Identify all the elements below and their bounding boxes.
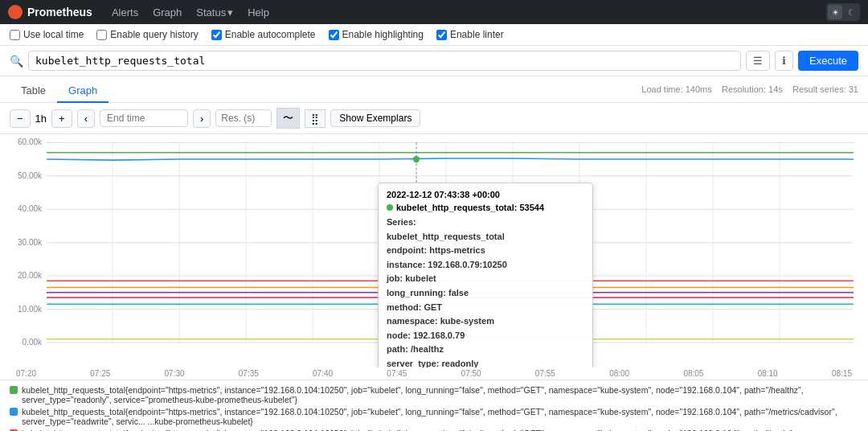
nav-graph[interactable]: Graph [146,3,188,22]
navbar: Prometheus Alerts Graph Status ▾ Help ☀ … [0,0,868,24]
highlighting-checkbox[interactable] [329,30,339,40]
nav-help[interactable]: Help [241,3,276,22]
svg-text:10.00k: 10.00k [18,304,43,313]
nav-links: Alerts Graph Status ▾ Help [105,3,276,22]
use-local-time-checkbox[interactable] [10,30,20,40]
nav-status[interactable]: Status ▾ [190,3,240,22]
tab-graph[interactable]: Graph [57,80,108,103]
xaxis-labels: 07:20 07:25 07:30 07:35 07:40 07:45 07:5… [0,367,868,380]
xaxis-label-1: 07:25 [90,369,110,378]
tab-table[interactable]: Table [10,80,57,103]
legend-color-0 [10,386,18,394]
xaxis-label-2: 07:30 [165,369,185,378]
graph-svg: 60.00k 50.00k 40.00k 30.00k 20.00k 10.00… [10,134,858,367]
graph-area: 60.00k 50.00k 40.00k 30.00k 20.00k 10.00… [0,134,868,367]
theme-dark-btn[interactable]: ☾ [844,5,858,19]
xaxis-label-11: 08:15 [832,369,852,378]
svg-text:30.00k: 30.00k [18,238,43,247]
brand: Prometheus [8,5,92,19]
legend-text-1: kubelet_http_requests_total{endpoint="ht… [22,407,858,426]
line-chart-btn[interactable]: 〜 [276,108,300,129]
query-history-label[interactable]: Enable query history [96,29,198,40]
duration-minus-btn[interactable]: − [10,109,31,128]
duration-plus-btn[interactable]: + [51,109,72,128]
nav-alerts[interactable]: Alerts [105,3,145,22]
time-back-btn[interactable]: ‹ [77,109,95,128]
execute-button[interactable]: Execute [798,51,858,71]
stacked-chart-icon: ⣿ [311,113,319,125]
xaxis-label-5: 07:45 [387,369,407,378]
xaxis-label-6: 07:50 [461,369,481,378]
svg-text:0.00k: 0.00k [23,338,43,347]
xaxis-label-8: 08:00 [609,369,629,378]
autocomplete-label[interactable]: Enable autocomplete [211,29,316,40]
legend-item-0[interactable]: kubelet_http_requests_total{endpoint="ht… [10,385,858,404]
query-input[interactable] [28,51,741,71]
theme-toggle: ☀ ☾ [826,3,860,21]
stacked-chart-btn[interactable]: ⣿ [305,109,326,128]
graph-toolbar: − 1h + ‹ › 〜 ⣿ Show Exemplars [0,103,868,134]
query-options-btn[interactable]: ☰ [746,51,770,71]
xaxis-label-9: 08:05 [683,369,703,378]
theme-light-btn[interactable]: ☀ [828,5,842,19]
nav-status-label: Status [196,6,226,18]
query-bar: 🔍 ☰ ℹ Execute [0,46,868,76]
svg-text:40.00k: 40.00k [18,204,43,213]
legend-item-1[interactable]: kubelet_http_requests_total{endpoint="ht… [10,407,858,426]
xaxis-label-10: 08:10 [758,369,778,378]
show-exemplars-btn[interactable]: Show Exemplars [330,109,420,127]
legend-text-0: kubelet_http_requests_total{endpoint="ht… [22,385,858,404]
query-info-btn[interactable]: ℹ [775,51,793,71]
xaxis-label-4: 07:40 [313,369,333,378]
xaxis-label-7: 07:55 [535,369,555,378]
duration-label: 1h [35,113,47,125]
status-chevron-icon: ▾ [227,6,233,18]
resolution-input[interactable] [215,109,272,127]
end-time-input[interactable] [100,109,188,127]
prometheus-icon [8,5,23,19]
linter-checkbox[interactable] [436,30,447,40]
time-forward-btn[interactable]: › [193,109,211,128]
brand-name: Prometheus [27,6,92,18]
use-local-time-label[interactable]: Use local time [10,29,84,40]
search-icon: 🔍 [10,55,23,68]
navbar-right: ☀ ☾ [826,3,860,21]
load-info: Load time: 140ms Resolution: 14s Result … [641,84,858,97]
autocomplete-checkbox[interactable] [211,30,222,40]
highlighting-label[interactable]: Enable highlighting [329,29,424,40]
xaxis-label-0: 07:20 [16,369,36,378]
tabs-bar: Table Graph Load time: 140ms Resolution:… [0,76,868,103]
legend-area: kubelet_http_requests_total{endpoint="ht… [0,380,868,431]
svg-text:50.00k: 50.00k [18,171,43,180]
linter-label[interactable]: Enable linter [436,29,504,40]
xaxis-label-3: 07:35 [239,369,259,378]
legend-color-1 [10,408,18,416]
svg-point-26 [413,156,420,162]
query-history-checkbox[interactable] [96,30,107,40]
options-bar: Use local time Enable query history Enab… [0,24,868,46]
line-chart-icon: 〜 [283,112,293,124]
svg-text:20.00k: 20.00k [18,271,43,280]
svg-text:60.00k: 60.00k [18,138,43,146]
